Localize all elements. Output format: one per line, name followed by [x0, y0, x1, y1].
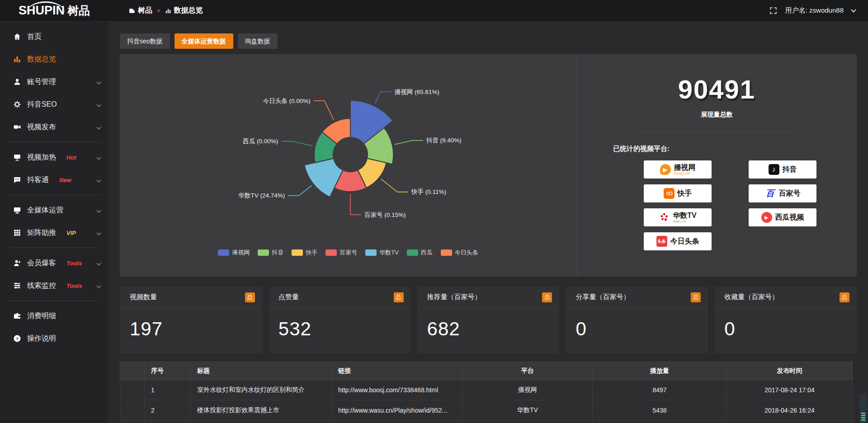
summary-divider — [636, 132, 798, 133]
platform-pill-华数TV[interactable]: 华数TVwasu.cn — [644, 208, 712, 226]
breadcrumb-root[interactable]: 树品 — [129, 6, 152, 15]
legend-swatch — [218, 249, 229, 256]
sidebar-item-label: 抖客通 — [27, 175, 49, 185]
pie-label-播视网: 播视网 (65.61%) — [395, 89, 439, 95]
total-badge[interactable]: 总 — [840, 292, 849, 302]
legend-swatch — [326, 249, 337, 256]
platform-pill-今日头条[interactable]: 头条今日头条 — [644, 232, 712, 250]
legend-label: 今日头条 — [455, 249, 478, 257]
tab-0[interactable]: 抖音seo数据 — [120, 33, 170, 49]
cell-title-link[interactable]: 楼体投影灯投影效果震撼上市 — [191, 400, 332, 421]
legend-item-播视网[interactable]: 播视网 — [218, 249, 250, 257]
tab-1[interactable]: 全媒体运营数据 — [175, 33, 233, 49]
platform-sub: boosj.com — [674, 171, 690, 175]
platform-name: 播视网 — [674, 164, 696, 171]
platform-pill-百家号[interactable]: 百百家号 — [749, 184, 816, 202]
topbar: SHUPIN 树品 树品 > 数据总览 用户名: zswodun88 — [0, 0, 868, 22]
table-row-1: 1室外水纹灯和室内水纹灯的区别和简介http://www.boosj.com/7… — [120, 380, 853, 400]
cell-index: 1 — [145, 380, 191, 400]
sidebar-item-9[interactable]: 会员爆客Tools — [0, 252, 108, 274]
sidebar-item-3[interactable]: 抖音SEO — [0, 93, 108, 116]
screen-icon — [13, 153, 21, 162]
cell-url-link[interactable]: http://www.boosj.com/7338468.html — [332, 380, 463, 400]
bar-chart-icon — [165, 8, 171, 14]
chevron-down-icon — [97, 178, 101, 182]
boosj-icon: ▶ — [660, 164, 671, 175]
platform-name: 抖音 — [783, 166, 797, 173]
user-menu-chevron-icon[interactable] — [851, 7, 856, 12]
toutiao-icon: 头条 — [656, 236, 667, 247]
table-row-partial — [120, 421, 853, 423]
stat-card-label: 收藏量（百家号） — [724, 293, 778, 301]
column-header-链接: 链接 — [332, 362, 463, 380]
total-badge[interactable]: 总 — [542, 292, 552, 302]
sidebar-item-2[interactable]: 账号管理 — [0, 70, 108, 93]
stat-card-label: 推荐量（百家号） — [427, 293, 481, 301]
sidebar-item-0[interactable]: 首页 — [0, 25, 108, 48]
legend-item-百家号[interactable]: 百家号 — [326, 249, 357, 257]
logo-text-cn: 树品 — [67, 3, 90, 18]
fullscreen-icon[interactable] — [769, 7, 777, 14]
logo-text-en: SHUPIN — [19, 3, 65, 18]
chevron-down-icon — [97, 208, 101, 212]
stat-card-value: 0 — [714, 308, 857, 340]
impressions-total-label: 展现量总数 — [577, 111, 857, 119]
floating-widget[interactable] — [859, 393, 867, 423]
stat-card-head: 点赞量总 — [269, 287, 411, 308]
total-badge[interactable]: 总 — [394, 292, 404, 302]
sidebar-item-11[interactable]: 消费明细 — [0, 305, 108, 327]
sidebar-item-label: 数据总览 — [27, 55, 56, 64]
legend-item-华数TV[interactable]: 华数TV — [365, 249, 399, 257]
chevron-down-icon — [97, 155, 101, 160]
platform-grid: ▶播视网boosj.com♪抖音快手百百家号华数TVwasu.cn▶西瓜视频头条… — [644, 160, 857, 250]
cell-title-link[interactable]: 室外水纹灯和室内水纹灯的区别和简介 — [191, 380, 332, 400]
svg-text:?: ? — [16, 336, 19, 341]
breadcrumb-current[interactable]: 数据总览 — [165, 6, 203, 15]
stat-card-1: 点赞量总532 — [269, 287, 411, 353]
column-header-播放量: 播放量 — [593, 362, 727, 380]
legend-item-抖音[interactable]: 抖音 — [258, 249, 283, 257]
videos-table: 序号标题链接平台播放量发布时间 1室外水纹灯和室内水纹灯的区别和简介http:/… — [120, 362, 853, 423]
pie-label-百家号: 百家号 (0.15%) — [364, 212, 406, 218]
pie-label-抖音: 抖音 (9.40%) — [426, 137, 462, 144]
sidebar-item-4[interactable]: 视频发布 — [0, 116, 108, 138]
summary-panel: 90491 展现量总数 已统计的视频平台: ▶播视网boosj.com♪抖音快手… — [576, 54, 857, 277]
platform-pill-快手[interactable]: 快手 — [644, 184, 712, 202]
home-icon — [13, 33, 21, 41]
pie-label-西瓜: 西瓜 (0.00%) — [243, 138, 278, 145]
sidebar-divider — [8, 301, 100, 301]
legend-item-快手[interactable]: 快手 — [292, 249, 317, 257]
platform-pill-抖音[interactable]: ♪抖音 — [749, 160, 816, 179]
cell-url-link[interactable]: http://www.wasu.cn/Play/show/id/952... — [332, 400, 463, 421]
sidebar-item-10[interactable]: 线索监控Tools — [0, 274, 108, 297]
sidebar-item-tag: Tools — [66, 260, 82, 267]
total-badge[interactable]: 总 — [691, 292, 701, 302]
platform-pill-播视网[interactable]: ▶播视网boosj.com — [644, 160, 712, 179]
legend-item-西瓜[interactable]: 西瓜 — [407, 249, 433, 257]
platform-pill-西瓜视频[interactable]: ▶西瓜视频 — [749, 208, 816, 226]
legend-label: 百家号 — [340, 249, 357, 257]
tab-2[interactable]: 询盘数据 — [238, 33, 278, 49]
sidebar-item-6[interactable]: 抖客通New — [0, 169, 108, 191]
breadcrumb-separator: > — [157, 7, 160, 14]
grid-icon — [13, 229, 21, 237]
username-label[interactable]: 用户名: zswodun88 — [785, 6, 844, 15]
sidebar-item-12[interactable]: ?操作说明 — [0, 327, 108, 350]
impressions-total-value: 90491 — [577, 74, 857, 104]
platform-name: 快手 — [678, 190, 692, 197]
sidebar-item-8[interactable]: 矩阵助推VIP — [0, 221, 108, 244]
total-badge[interactable]: 总 — [245, 292, 255, 302]
stat-card-label: 分享量（百家号） — [576, 293, 630, 301]
sidebar-item-7[interactable]: 全媒体运营 — [0, 199, 108, 221]
sidebar-item-1[interactable]: 数据总览 — [0, 48, 108, 70]
question-icon: ? — [13, 334, 21, 343]
platform-name: 西瓜视频 — [775, 214, 804, 221]
legend-item-今日头条[interactable]: 今日头条 — [441, 249, 478, 257]
sidebar-item-label: 全媒体运营 — [27, 206, 63, 215]
cell-published: 2017-08-24 17:04 — [727, 380, 853, 400]
sidebar-item-5[interactable]: 视频加热Hot — [0, 146, 108, 169]
pie-slice-华数TV[interactable] — [304, 158, 343, 197]
pie-label-line — [350, 194, 361, 215]
member-icon — [13, 259, 21, 268]
rose-pie-chart[interactable]: 播视网 (65.61%)抖音 (9.40%)快手 (0.11%)百家号 (0.1… — [127, 54, 570, 248]
